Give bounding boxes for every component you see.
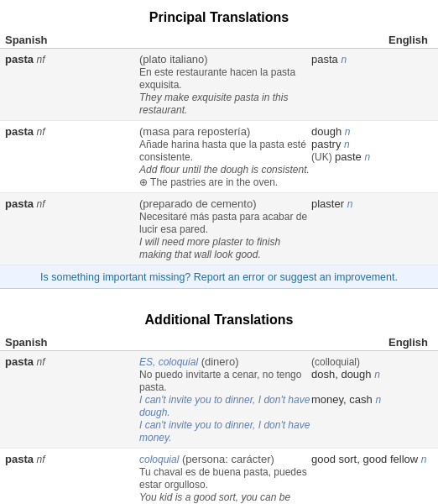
principal-entry-3-trans-word: plaster xyxy=(311,197,344,210)
additional-section: Additional Translations Spanish English … xyxy=(0,302,438,504)
principal-entry-3: pasta nf (preparado de cemento) Necesita… xyxy=(0,193,438,265)
principal-entry-1-trans-word: pasta xyxy=(311,53,338,66)
additional-entry-2-es: Tu chaval es de buena pasta, puedes esta… xyxy=(139,466,307,491)
additional-entry-2: pasta nf coloquial (persona: carácter) T… xyxy=(0,449,438,504)
additional-entry-1-es: No puedo invitarte a cenar, no tengo pas… xyxy=(139,369,301,393)
principal-entry-1-trans-pos: n xyxy=(341,54,347,66)
principal-entry-3-english: plaster n xyxy=(311,197,433,210)
principal-entry-2-def: (masa para repostería) xyxy=(139,125,250,138)
principal-entry-3-es: Necesitaré más pasta para acabar de luci… xyxy=(139,211,307,235)
principal-entry-2-trans-1: dough n xyxy=(311,125,433,138)
additional-title: Additional Translations xyxy=(0,302,438,334)
additional-entry-1-en2: I can't invite you to dinner, I don't ha… xyxy=(139,419,310,444)
additional-entry-1-def: (dinero) xyxy=(201,355,239,368)
principal-entry-2-spanish: pasta nf xyxy=(5,125,139,138)
principal-entry-3-pos: nf xyxy=(37,198,45,210)
additional-entry-1: pasta nf ES, coloquial (dinero) No puedo… xyxy=(0,351,438,449)
principal-entry-2-middle: (masa para repostería) Añade harina hast… xyxy=(139,125,311,188)
additional-english-header: English xyxy=(388,336,433,349)
additional-spanish-header: Spanish xyxy=(5,336,139,349)
additional-entry-1-spanish: pasta nf xyxy=(5,355,139,368)
additional-entry-2-def: (persona: carácter) xyxy=(182,453,274,465)
principal-spanish-header: Spanish xyxy=(5,34,139,46)
additional-entry-1-middle: ES, coloquial (dinero) No puedo invitart… xyxy=(139,355,311,444)
principal-entry-2: pasta nf (masa para repostería) Añade ha… xyxy=(0,121,438,193)
principal-entry-2-word: pasta xyxy=(5,125,34,138)
principal-entry-3-def: (preparado de cemento) xyxy=(139,197,256,210)
principal-entry-2-trans-3: (UK) paste n xyxy=(311,150,433,163)
additional-col-headers: Spanish English xyxy=(0,334,438,351)
principal-entry-1-word: pasta xyxy=(5,53,34,66)
additional-entry-2-english: good sort, good fellow n xyxy=(311,453,433,465)
additional-entry-2-word: pasta xyxy=(5,453,34,465)
principal-entry-3-en: I will need more plaster to finish makin… xyxy=(139,236,280,260)
additional-entry-2-trans-pos: n xyxy=(421,454,427,465)
principal-entry-2-en: Add flour until the dough is consistent. xyxy=(139,164,310,176)
principal-entry-3-word: pasta xyxy=(5,197,34,210)
principal-entry-2-pos: nf xyxy=(37,126,45,138)
principal-entry-1-en: They make exquisite pasta in this restau… xyxy=(139,92,288,116)
additional-entry-2-tag: coloquial xyxy=(139,454,179,465)
principal-entry-1-es: En este restaurante hacen la pasta exqui… xyxy=(139,66,295,91)
report-row: Is something important missing? Report a… xyxy=(0,265,438,289)
additional-entry-1-word: pasta xyxy=(5,355,34,368)
additional-entry-1-pos: nf xyxy=(37,356,45,368)
principal-entry-1-def: (plato italiano) xyxy=(139,53,208,66)
principal-entry-2-note: ⊕ The pastries are in the oven. xyxy=(139,176,278,188)
additional-entry-2-middle: coloquial (persona: carácter) Tu chaval … xyxy=(139,453,311,504)
principal-entry-1-spanish: pasta nf xyxy=(5,53,139,66)
additional-entry-1-trans-1: dosh, dough n xyxy=(311,368,433,381)
principal-entry-2-trans-2: pastry n xyxy=(311,138,433,150)
section-divider xyxy=(0,289,438,302)
additional-entry-2-en: You kid is a good sort, you can be proud… xyxy=(139,491,290,504)
principal-entry-2-english: dough n pastry n (UK) paste n xyxy=(311,125,433,163)
additional-entry-2-trans-word: good sort, good fellow xyxy=(311,453,418,465)
additional-entry-1-colloquial-tag: (colloquial) xyxy=(311,356,360,368)
principal-english-header: English xyxy=(388,34,433,46)
principal-entry-3-trans-pos: n xyxy=(347,198,353,210)
principal-title: Principal Translations xyxy=(0,0,438,32)
additional-entry-1-en1: I can't invite you to dinner, I don't ha… xyxy=(139,394,310,418)
principal-entry-1-pos: nf xyxy=(37,54,45,66)
principal-section: Principal Translations Spanish English p… xyxy=(0,0,438,289)
principal-entry-1-middle: (plato italiano) En este restaurante hac… xyxy=(139,53,311,116)
principal-entry-1-english: pasta n xyxy=(311,53,433,66)
principal-entry-3-middle: (preparado de cemento) Necesitaré más pa… xyxy=(139,197,311,260)
principal-entry-3-spanish: pasta nf xyxy=(5,197,139,210)
additional-entry-1-trans-2: money, cash n xyxy=(311,393,433,406)
additional-entry-2-pos: nf xyxy=(37,454,45,465)
principal-entry-1: pasta nf (plato italiano) En este restau… xyxy=(0,49,438,121)
additional-entry-1-english: (colloquial) dosh, dough n money, cash n xyxy=(311,355,433,406)
principal-col-headers: Spanish English xyxy=(0,32,438,49)
additional-entry-1-tag: ES, coloquial xyxy=(139,356,198,368)
report-link[interactable]: Is something important missing? Report a… xyxy=(40,271,398,283)
additional-entry-2-spanish: pasta nf xyxy=(5,453,139,465)
principal-entry-2-es: Añade harina hasta que la pasta esté con… xyxy=(139,139,306,163)
